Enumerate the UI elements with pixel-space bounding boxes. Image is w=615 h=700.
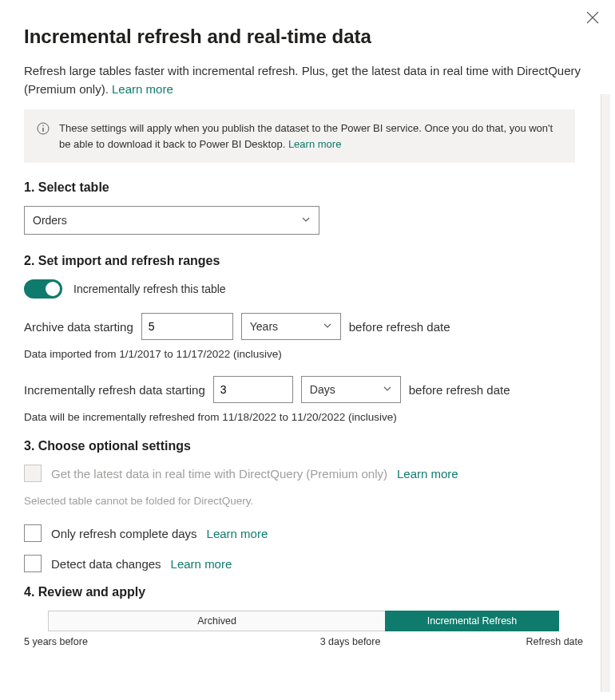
timeline-labels: 5 years before 3 days before Refresh dat… [24, 636, 583, 647]
archive-unit-value: Years [250, 320, 278, 333]
refresh-label-before: Incrementally refresh data starting [24, 383, 205, 397]
archive-setting-row: Archive data starting Years before refre… [24, 313, 591, 340]
refresh-setting-row: Incrementally refresh data starting Days… [24, 376, 591, 403]
table-select-dropdown[interactable]: Orders [24, 206, 319, 235]
learn-more-link-complete-days[interactable]: Learn more [207, 527, 268, 540]
info-banner: These settings will apply when you publi… [24, 109, 575, 163]
directquery-disabled-note: Selected table cannot be folded for Dire… [24, 495, 591, 507]
table-select-value: Orders [33, 214, 67, 227]
dialog-title: Incremental refresh and real-time data [24, 26, 591, 48]
refresh-helper-text: Data will be incrementally refreshed fro… [24, 411, 591, 423]
review-timeline: Archived Incremental Refresh 5 years bef… [24, 611, 583, 647]
refresh-unit-value: Days [310, 383, 335, 396]
svg-point-4 [42, 125, 44, 127]
chevron-down-icon [323, 320, 332, 333]
archive-label-before: Archive data starting [24, 320, 133, 334]
toggle-row: Incrementally refresh this table [24, 279, 591, 299]
toggle-label: Incrementally refresh this table [73, 283, 226, 295]
archive-label-after: before refresh date [349, 320, 450, 334]
directquery-checkbox [24, 465, 42, 482]
learn-more-link-banner[interactable]: Learn more [288, 138, 341, 150]
directquery-label: Get the latest data in real time with Di… [51, 467, 387, 481]
detect-changes-checkbox[interactable] [24, 555, 42, 572]
timeline-segment-incremental: Incremental Refresh [385, 611, 559, 631]
learn-more-link-main[interactable]: Learn more [112, 82, 173, 96]
directquery-row: Get the latest data in real time with Di… [24, 465, 591, 482]
complete-days-checkbox[interactable] [24, 524, 42, 542]
banner-text: These settings will apply when you publi… [59, 121, 562, 152]
timeline-segment-archived: Archived [48, 611, 385, 631]
complete-days-row: Only refresh complete days Learn more [24, 524, 591, 542]
timeline-label-mid: 3 days before [320, 636, 381, 647]
chevron-down-icon [383, 383, 392, 396]
subtitle-text: Refresh large tables faster with increme… [24, 64, 581, 96]
timeline-label-left: 5 years before [24, 636, 88, 647]
detect-changes-row: Detect data changes Learn more [24, 555, 591, 572]
refresh-label-after: before refresh date [409, 383, 510, 397]
timeline-bar: Archived Incremental Refresh [48, 611, 559, 631]
timeline-label-right: Refresh date [526, 636, 583, 647]
incremental-refresh-toggle[interactable] [24, 279, 62, 299]
detect-changes-label: Detect data changes [51, 557, 161, 571]
archive-unit-select[interactable]: Years [241, 313, 341, 340]
step3-heading: 3. Choose optional settings [24, 439, 591, 453]
refresh-value-input[interactable] [213, 376, 293, 403]
toggle-knob [46, 282, 60, 296]
step2-heading: 2. Set import and refresh ranges [24, 254, 591, 268]
scrollbar[interactable] [601, 94, 610, 692]
step1-heading: 1. Select table [24, 180, 591, 195]
archive-helper-text: Data imported from 1/1/2017 to 11/17/202… [24, 348, 591, 360]
dialog-subtitle: Refresh large tables faster with increme… [24, 62, 591, 98]
archive-value-input[interactable] [141, 313, 233, 340]
learn-more-link-directquery[interactable]: Learn more [397, 467, 458, 481]
step4-heading: 4. Review and apply [24, 585, 591, 599]
close-button[interactable] [586, 11, 599, 26]
learn-more-link-detect-changes[interactable]: Learn more [171, 557, 232, 571]
complete-days-label: Only refresh complete days [51, 527, 197, 540]
info-icon [37, 122, 50, 135]
incremental-refresh-dialog: Incremental refresh and real-time data R… [0, 0, 615, 700]
chevron-down-icon [301, 214, 311, 227]
refresh-unit-select[interactable]: Days [301, 376, 401, 403]
close-icon [586, 14, 599, 26]
